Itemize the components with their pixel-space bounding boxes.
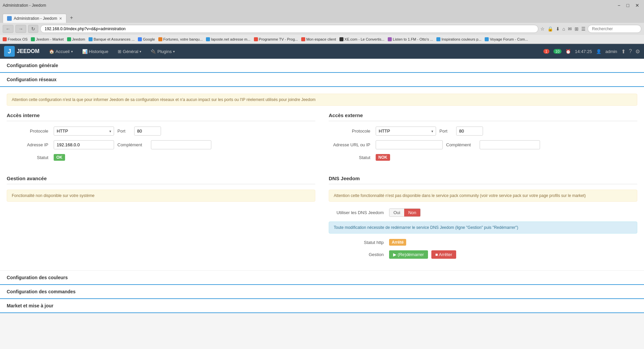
section-config-generale-label: Configuration générale <box>7 63 58 68</box>
bookmark-label: Freebox OS <box>8 37 28 41</box>
bookmark-laposte[interactable]: laposte.net adresse m... <box>206 37 250 41</box>
bookmark-banque[interactable]: Banque et Assurances ... <box>89 37 135 41</box>
statut-interne-label: Statut <box>7 155 54 160</box>
help-icon[interactable]: ? <box>629 48 632 55</box>
redemarrer-button[interactable]: ▶ (Re)démarrer <box>389 250 428 259</box>
bookmark-favicon <box>31 37 35 41</box>
bookmark-favicon <box>158 37 162 41</box>
gestion-avancee-warning: Fonctionalité non disponible sur votre s… <box>7 190 315 202</box>
bookmark-label: Programme TV - Prog... <box>259 37 298 41</box>
lock-icon[interactable]: 🔒 <box>547 26 553 32</box>
mail-icon[interactable]: ✉ <box>568 26 572 32</box>
complement-externe-input[interactable] <box>480 140 540 149</box>
tab-close-button[interactable]: ✕ <box>59 16 62 21</box>
bookmark-tv[interactable]: Programme TV - Prog... <box>254 37 298 41</box>
url-bar[interactable] <box>40 25 538 33</box>
complement-interne-label: Complément <box>117 142 148 147</box>
browser-tab[interactable]: Administration - Jeedom ✕ <box>3 14 66 23</box>
section-config-reseaux-header[interactable]: Configuration réseaux <box>0 73 644 87</box>
nav-historique[interactable]: 📊 Historique <box>78 46 113 57</box>
protocole-interne-select[interactable]: HTTP HTTPS <box>54 127 114 136</box>
adresse-url-input[interactable] <box>376 140 443 149</box>
protocole-interne-row: Protocole HTTP HTTPS Port <box>7 127 315 136</box>
bookmark-favicon <box>436 37 440 41</box>
settings-icon[interactable]: ⚙ <box>635 48 640 55</box>
section-config-commandes-label: Configuration des commandes <box>7 289 75 294</box>
bookmark-label: Inspirations couleurs p... <box>441 37 481 41</box>
dns-toggle: Oui Non <box>389 208 421 217</box>
acces-interne-title: Accès interne <box>7 112 315 121</box>
bookmark-google[interactable]: Google <box>138 37 155 41</box>
refresh-button[interactable]: ↻ <box>28 25 38 33</box>
utiliser-dns-label: Utiliser les DNS Jeedom <box>329 210 389 215</box>
bookmark-favicon <box>339 37 343 41</box>
minimize-button[interactable]: − <box>615 2 622 9</box>
forward-button[interactable]: → <box>15 25 26 33</box>
caret-icon: ▾ <box>71 50 73 53</box>
bookmark-espace[interactable]: Mon espace client <box>301 37 336 41</box>
arreter-button[interactable]: ■ Arrêter <box>431 250 456 259</box>
reseau-warning: Attention cette configuration n'est la q… <box>7 94 637 106</box>
maximize-button[interactable]: □ <box>625 2 631 9</box>
bookmark-inspirations[interactable]: Inspirations couleurs p... <box>436 37 481 41</box>
bookmark-xe[interactable]: XE.com - Le Convertis... <box>339 37 384 41</box>
bookmark-market[interactable]: Jeedom - Market <box>31 37 64 41</box>
home-icon[interactable]: ⌂ <box>562 26 565 32</box>
section-market-maj[interactable]: Market et mise à jour <box>0 299 644 313</box>
bookmark-jeedom[interactable]: Jeedom <box>67 37 85 41</box>
gestion-avancee-title: Gestion avancée <box>7 176 315 184</box>
bookmark-voyage[interactable]: Voyage Forum - Com... <box>485 37 528 41</box>
statut-http-row: Statut http Arrêté <box>329 239 637 246</box>
nav-general[interactable]: ⊞ Général ▾ <box>114 46 145 57</box>
section-config-reseaux-body: Attention cette configuration n'est la q… <box>0 87 644 270</box>
download-icon[interactable]: ⬇ <box>556 26 560 32</box>
bookmark-icon[interactable]: ⊞ <box>575 26 579 32</box>
bookmark-favicon <box>485 37 489 41</box>
tab-label: Administration - Jeedom <box>14 16 57 21</box>
bookmark-label: Google <box>143 37 155 41</box>
port-externe-input[interactable] <box>456 127 483 136</box>
utiliser-dns-row: Utiliser les DNS Jeedom Oui Non <box>329 208 637 217</box>
new-tab-button[interactable]: + <box>66 13 76 23</box>
menu-icon[interactable]: ☰ <box>581 26 586 32</box>
statut-http-label: Statut http <box>329 240 389 245</box>
statut-interne-controls: OK <box>54 154 65 161</box>
section-config-couleurs[interactable]: Configuration des couleurs <box>0 271 644 285</box>
acces-externe-title: Accès externe <box>329 112 637 121</box>
protocole-externe-select[interactable]: HTTP HTTPS <box>376 127 436 136</box>
adresse-ip-row: Adresse IP Complément <box>7 140 315 149</box>
time-display: 14:47:25 <box>575 49 592 54</box>
adresse-ip-controls: Complément <box>54 140 211 149</box>
bookmark-1fm[interactable]: Listen to 1.FM - Otto's ... <box>388 37 433 41</box>
adresse-ip-input[interactable] <box>54 140 114 149</box>
gestion-avancee-warning-text: Fonctionalité non disponible sur votre s… <box>12 193 95 198</box>
statut-externe-controls: NOK <box>376 154 390 161</box>
port-interne-input[interactable] <box>134 127 161 136</box>
section-config-generale[interactable]: Configuration générale <box>0 59 644 73</box>
bookmark-favicon <box>301 37 305 41</box>
star-icon[interactable]: ☆ <box>540 26 545 32</box>
statut-http-badge: Arrêté <box>389 239 406 246</box>
user-label[interactable]: admin <box>605 49 617 54</box>
bookmark-label: Mon espace client <box>306 37 336 41</box>
complement-interne-input[interactable] <box>151 140 211 149</box>
bookmark-fortuneo[interactable]: Fortuneo, votre banqu... <box>158 37 203 41</box>
bookmark-freebox[interactable]: Freebox OS <box>3 37 28 41</box>
nav-plugins[interactable]: 🔌 Plugins ▾ <box>147 46 179 57</box>
bookmark-favicon <box>138 37 142 41</box>
bookmark-label: Listen to 1.FM - Otto's ... <box>393 37 433 41</box>
close-button[interactable]: ✕ <box>633 2 641 9</box>
bookmark-label: Voyage Forum - Com... <box>490 37 528 41</box>
port-interne-label: Port <box>117 129 131 134</box>
logo-text: JEEDOM <box>17 48 40 54</box>
back-button[interactable]: ← <box>3 25 13 33</box>
section-config-commandes[interactable]: Configuration des commandes <box>0 285 644 299</box>
bookmark-label: XE.com - Le Convertis... <box>344 37 384 41</box>
search-input[interactable] <box>588 25 641 33</box>
nav-accueil[interactable]: 🏠 Accueil ▾ <box>45 46 77 57</box>
app-header: J JEEDOM 🏠 Accueil ▾ 📊 Historique ⊞ Géné… <box>0 44 644 59</box>
tab-bar: Administration - Jeedom ✕ + <box>0 11 644 23</box>
upload-icon[interactable]: ⬆ <box>621 48 626 55</box>
dns-toggle-non[interactable]: Non <box>404 209 420 216</box>
dns-toggle-oui[interactable]: Oui <box>389 209 404 216</box>
